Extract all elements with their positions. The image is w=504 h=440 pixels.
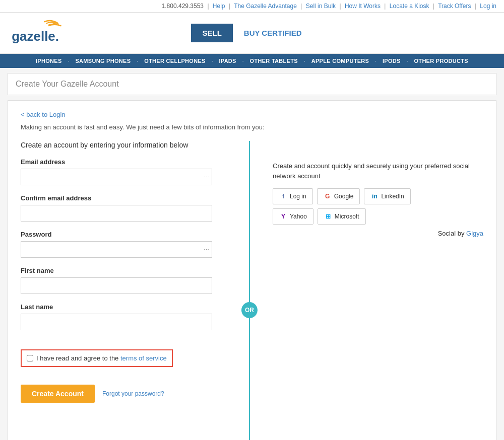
main-nav: SELL BUY CERTIFIED <box>191 24 312 42</box>
forgot-password-link[interactable]: Forgot your password? <box>102 390 164 397</box>
back-to-login-link[interactable]: < back to Login <box>21 111 66 118</box>
main-content: < back to Login Making an account is fas… <box>8 100 496 440</box>
first-name-input-wrapper <box>21 277 212 294</box>
social-right: Create and account quickly and securely … <box>268 141 483 246</box>
first-name-group: First name <box>21 267 231 294</box>
terms-checkbox[interactable] <box>27 355 33 361</box>
phone-number: 1.800.429.3553 <box>162 3 204 10</box>
logo-area: gazelle. <box>8 18 73 48</box>
sell-bulk-link[interactable]: Sell in Bulk <box>306 3 336 10</box>
gazelle-advantage-link[interactable]: The Gazelle Advantage <box>234 3 297 10</box>
or-divider: OR <box>231 141 268 440</box>
separator-1: | <box>207 3 209 10</box>
gazelle-logo: gazelle. <box>8 18 73 48</box>
svg-text:gazelle.: gazelle. <box>12 29 59 44</box>
password-group: Password ⋯ <box>21 231 231 258</box>
confirm-email-group: Confirm email address <box>21 194 231 222</box>
cat-other-cellphones[interactable]: OTHER CELLPHONES <box>139 54 211 68</box>
how-it-works-link[interactable]: How It Works <box>345 3 381 10</box>
intro-text: Making an account is fast and easy. We j… <box>21 123 483 131</box>
confirm-email-label: Confirm email address <box>21 194 231 202</box>
cat-iphones[interactable]: IPHONES <box>31 54 67 68</box>
gigya-link[interactable]: Gigya <box>466 230 483 237</box>
email-input[interactable] <box>21 169 212 185</box>
top-bar: 1.800.429.3553 | Help | The Gazelle Adva… <box>0 0 504 13</box>
linkedin-login-button[interactable]: in LinkedIn <box>364 188 410 204</box>
form-layout: Create an account by entering your infor… <box>21 141 483 440</box>
last-name-input-wrapper <box>21 314 212 330</box>
form-left: Create an account by entering your infor… <box>21 141 231 403</box>
or-line-bottom <box>249 318 250 440</box>
email-input-wrapper: ⋯ <box>21 169 212 185</box>
terms-area: I have read and agree to the terms of se… <box>21 349 173 367</box>
password-input[interactable] <box>21 241 212 258</box>
cat-samsung[interactable]: SAMSUNG PHONES <box>70 54 136 68</box>
category-nav: IPHONES · SAMSUNG PHONES · OTHER CELLPHO… <box>0 54 504 68</box>
facebook-login-button[interactable]: f Log in <box>273 188 313 204</box>
terms-label: I have read and agree to the terms of se… <box>36 354 167 362</box>
microsoft-icon: ⊞ <box>324 212 332 221</box>
page-title-bar: Create Your Gazelle Account <box>8 73 496 95</box>
help-link[interactable]: Help <box>213 3 225 10</box>
yahoo-icon: Y <box>279 212 287 221</box>
create-account-button[interactable]: Create Account <box>21 385 95 403</box>
gigya-attribution: Social by Gigya <box>273 229 483 239</box>
sell-tab[interactable]: SELL <box>191 24 232 42</box>
last-name-label: Last name <box>21 303 231 311</box>
yahoo-login-button[interactable]: Y Yahoo <box>273 208 313 225</box>
cat-other-tablets[interactable]: OTHER TABLETS <box>245 54 303 68</box>
email-label: Email address <box>21 158 231 166</box>
social-heading: Create and account quickly and securely … <box>273 161 483 181</box>
cat-ipads[interactable]: IPADS <box>214 54 241 68</box>
facebook-icon: f <box>279 192 287 200</box>
linkedin-icon: in <box>370 192 379 200</box>
bottom-actions: Create Account Forgot your password? <box>21 385 231 403</box>
email-group: Email address ⋯ <box>21 158 231 185</box>
google-login-button[interactable]: G Google <box>317 188 360 204</box>
cat-apple-computers[interactable]: APPLE COMPUTERS <box>306 54 374 68</box>
form-left-heading: Create an account by entering your infor… <box>21 141 231 149</box>
email-icon: ⋯ <box>204 174 209 180</box>
or-circle: OR <box>241 302 258 318</box>
social-buttons: f Log in G Google in LinkedIn <box>273 188 483 204</box>
terms-link[interactable]: terms of service <box>120 354 167 362</box>
confirm-email-input[interactable] <box>21 205 212 222</box>
social-buttons-row2: Y Yahoo ⊞ Microsoft <box>273 208 483 225</box>
google-icon: G <box>324 192 332 200</box>
microsoft-login-button[interactable]: ⊞ Microsoft <box>318 208 366 225</box>
or-line-top <box>249 141 250 302</box>
confirm-email-input-wrapper <box>21 205 212 222</box>
last-name-input[interactable] <box>21 314 212 330</box>
page-title: Create Your Gazelle Account <box>16 80 119 88</box>
locate-kiosk-link[interactable]: Locate a Kiosk <box>390 3 429 10</box>
first-name-label: First name <box>21 267 231 274</box>
header: gazelle. SELL BUY CERTIFIED <box>0 13 504 54</box>
login-link[interactable]: Log in <box>480 3 496 10</box>
dot-1: · <box>67 58 71 64</box>
last-name-group: Last name <box>21 303 231 330</box>
password-toggle-icon[interactable]: ⋯ <box>204 246 209 253</box>
password-label: Password <box>21 231 231 238</box>
cat-ipods[interactable]: IPODS <box>377 54 406 68</box>
track-offers-link[interactable]: Track Offers <box>438 3 471 10</box>
password-input-wrapper: ⋯ <box>21 241 212 258</box>
buy-certified-tab[interactable]: BUY CERTIFIED <box>233 24 313 42</box>
first-name-input[interactable] <box>21 277 212 294</box>
cat-other-products[interactable]: OTHER PRODUCTS <box>409 54 473 68</box>
